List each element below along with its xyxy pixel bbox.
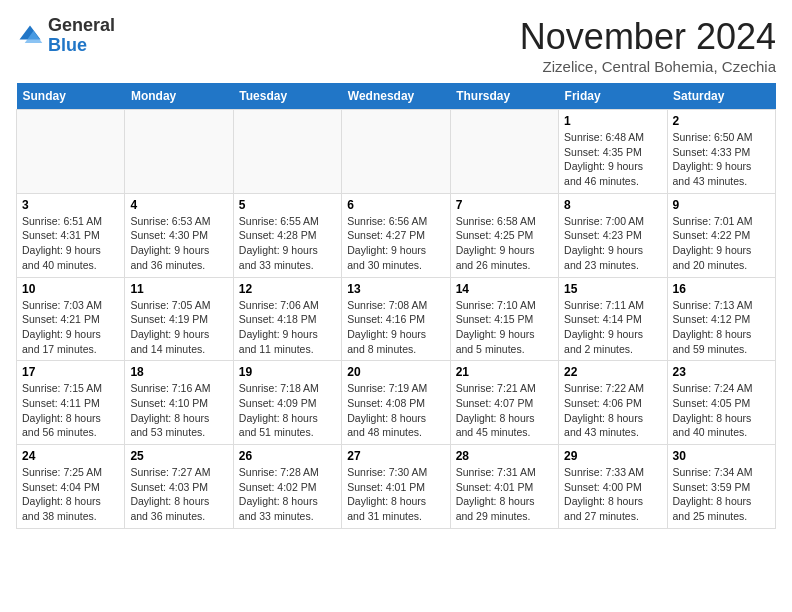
logo: General Blue [16, 16, 115, 56]
day-cell: 15Sunrise: 7:11 AM Sunset: 4:14 PM Dayli… [559, 277, 667, 361]
day-cell: 18Sunrise: 7:16 AM Sunset: 4:10 PM Dayli… [125, 361, 233, 445]
weekday-wednesday: Wednesday [342, 83, 450, 110]
day-number: 17 [22, 365, 119, 379]
week-row-3: 10Sunrise: 7:03 AM Sunset: 4:21 PM Dayli… [17, 277, 776, 361]
day-info: Sunrise: 7:13 AM Sunset: 4:12 PM Dayligh… [673, 298, 770, 357]
day-info: Sunrise: 7:27 AM Sunset: 4:03 PM Dayligh… [130, 465, 227, 524]
calendar-table: SundayMondayTuesdayWednesdayThursdayFrid… [16, 83, 776, 529]
day-number: 18 [130, 365, 227, 379]
day-cell: 2Sunrise: 6:50 AM Sunset: 4:33 PM Daylig… [667, 110, 775, 194]
day-cell: 9Sunrise: 7:01 AM Sunset: 4:22 PM Daylig… [667, 193, 775, 277]
day-number: 10 [22, 282, 119, 296]
day-number: 25 [130, 449, 227, 463]
day-number: 29 [564, 449, 661, 463]
day-number: 6 [347, 198, 444, 212]
day-cell: 22Sunrise: 7:22 AM Sunset: 4:06 PM Dayli… [559, 361, 667, 445]
weekday-sunday: Sunday [17, 83, 125, 110]
day-info: Sunrise: 6:56 AM Sunset: 4:27 PM Dayligh… [347, 214, 444, 273]
day-cell: 16Sunrise: 7:13 AM Sunset: 4:12 PM Dayli… [667, 277, 775, 361]
day-number: 19 [239, 365, 336, 379]
day-cell [342, 110, 450, 194]
weekday-tuesday: Tuesday [233, 83, 341, 110]
day-cell: 20Sunrise: 7:19 AM Sunset: 4:08 PM Dayli… [342, 361, 450, 445]
week-row-4: 17Sunrise: 7:15 AM Sunset: 4:11 PM Dayli… [17, 361, 776, 445]
day-number: 1 [564, 114, 661, 128]
day-number: 28 [456, 449, 553, 463]
day-cell: 12Sunrise: 7:06 AM Sunset: 4:18 PM Dayli… [233, 277, 341, 361]
day-number: 7 [456, 198, 553, 212]
day-number: 13 [347, 282, 444, 296]
day-cell: 14Sunrise: 7:10 AM Sunset: 4:15 PM Dayli… [450, 277, 558, 361]
day-number: 24 [22, 449, 119, 463]
day-info: Sunrise: 7:16 AM Sunset: 4:10 PM Dayligh… [130, 381, 227, 440]
day-info: Sunrise: 7:19 AM Sunset: 4:08 PM Dayligh… [347, 381, 444, 440]
logo-blue-text: Blue [48, 35, 87, 55]
day-number: 30 [673, 449, 770, 463]
day-cell: 29Sunrise: 7:33 AM Sunset: 4:00 PM Dayli… [559, 445, 667, 529]
day-info: Sunrise: 6:51 AM Sunset: 4:31 PM Dayligh… [22, 214, 119, 273]
day-info: Sunrise: 7:15 AM Sunset: 4:11 PM Dayligh… [22, 381, 119, 440]
day-cell [17, 110, 125, 194]
week-row-1: 1Sunrise: 6:48 AM Sunset: 4:35 PM Daylig… [17, 110, 776, 194]
day-cell: 19Sunrise: 7:18 AM Sunset: 4:09 PM Dayli… [233, 361, 341, 445]
week-row-2: 3Sunrise: 6:51 AM Sunset: 4:31 PM Daylig… [17, 193, 776, 277]
day-info: Sunrise: 7:10 AM Sunset: 4:15 PM Dayligh… [456, 298, 553, 357]
weekday-saturday: Saturday [667, 83, 775, 110]
day-info: Sunrise: 7:34 AM Sunset: 3:59 PM Dayligh… [673, 465, 770, 524]
day-cell: 4Sunrise: 6:53 AM Sunset: 4:30 PM Daylig… [125, 193, 233, 277]
day-info: Sunrise: 7:30 AM Sunset: 4:01 PM Dayligh… [347, 465, 444, 524]
day-number: 2 [673, 114, 770, 128]
day-info: Sunrise: 7:03 AM Sunset: 4:21 PM Dayligh… [22, 298, 119, 357]
day-number: 21 [456, 365, 553, 379]
day-number: 9 [673, 198, 770, 212]
day-cell: 17Sunrise: 7:15 AM Sunset: 4:11 PM Dayli… [17, 361, 125, 445]
day-cell: 10Sunrise: 7:03 AM Sunset: 4:21 PM Dayli… [17, 277, 125, 361]
day-info: Sunrise: 7:08 AM Sunset: 4:16 PM Dayligh… [347, 298, 444, 357]
day-cell: 21Sunrise: 7:21 AM Sunset: 4:07 PM Dayli… [450, 361, 558, 445]
day-info: Sunrise: 7:24 AM Sunset: 4:05 PM Dayligh… [673, 381, 770, 440]
day-cell: 1Sunrise: 6:48 AM Sunset: 4:35 PM Daylig… [559, 110, 667, 194]
day-cell: 13Sunrise: 7:08 AM Sunset: 4:16 PM Dayli… [342, 277, 450, 361]
day-number: 8 [564, 198, 661, 212]
day-info: Sunrise: 7:33 AM Sunset: 4:00 PM Dayligh… [564, 465, 661, 524]
day-cell: 3Sunrise: 6:51 AM Sunset: 4:31 PM Daylig… [17, 193, 125, 277]
day-info: Sunrise: 7:31 AM Sunset: 4:01 PM Dayligh… [456, 465, 553, 524]
location: Zizelice, Central Bohemia, Czechia [520, 58, 776, 75]
day-cell: 25Sunrise: 7:27 AM Sunset: 4:03 PM Dayli… [125, 445, 233, 529]
weekday-header-row: SundayMondayTuesdayWednesdayThursdayFrid… [17, 83, 776, 110]
day-number: 11 [130, 282, 227, 296]
day-number: 20 [347, 365, 444, 379]
day-number: 14 [456, 282, 553, 296]
day-number: 23 [673, 365, 770, 379]
title-area: November 2024 Zizelice, Central Bohemia,… [520, 16, 776, 75]
day-cell: 7Sunrise: 6:58 AM Sunset: 4:25 PM Daylig… [450, 193, 558, 277]
day-cell: 30Sunrise: 7:34 AM Sunset: 3:59 PM Dayli… [667, 445, 775, 529]
day-info: Sunrise: 7:05 AM Sunset: 4:19 PM Dayligh… [130, 298, 227, 357]
day-info: Sunrise: 6:55 AM Sunset: 4:28 PM Dayligh… [239, 214, 336, 273]
calendar-body: 1Sunrise: 6:48 AM Sunset: 4:35 PM Daylig… [17, 110, 776, 529]
day-info: Sunrise: 6:53 AM Sunset: 4:30 PM Dayligh… [130, 214, 227, 273]
month-title: November 2024 [520, 16, 776, 58]
day-cell [125, 110, 233, 194]
day-info: Sunrise: 7:01 AM Sunset: 4:22 PM Dayligh… [673, 214, 770, 273]
day-info: Sunrise: 7:25 AM Sunset: 4:04 PM Dayligh… [22, 465, 119, 524]
logo-icon [16, 22, 44, 50]
day-cell: 5Sunrise: 6:55 AM Sunset: 4:28 PM Daylig… [233, 193, 341, 277]
header: General Blue November 2024 Zizelice, Cen… [16, 16, 776, 75]
day-info: Sunrise: 7:22 AM Sunset: 4:06 PM Dayligh… [564, 381, 661, 440]
weekday-thursday: Thursday [450, 83, 558, 110]
day-cell: 28Sunrise: 7:31 AM Sunset: 4:01 PM Dayli… [450, 445, 558, 529]
day-number: 15 [564, 282, 661, 296]
day-info: Sunrise: 7:18 AM Sunset: 4:09 PM Dayligh… [239, 381, 336, 440]
day-number: 12 [239, 282, 336, 296]
day-cell: 6Sunrise: 6:56 AM Sunset: 4:27 PM Daylig… [342, 193, 450, 277]
day-number: 27 [347, 449, 444, 463]
day-info: Sunrise: 7:21 AM Sunset: 4:07 PM Dayligh… [456, 381, 553, 440]
day-number: 3 [22, 198, 119, 212]
day-info: Sunrise: 7:28 AM Sunset: 4:02 PM Dayligh… [239, 465, 336, 524]
week-row-5: 24Sunrise: 7:25 AM Sunset: 4:04 PM Dayli… [17, 445, 776, 529]
day-cell: 23Sunrise: 7:24 AM Sunset: 4:05 PM Dayli… [667, 361, 775, 445]
day-cell [233, 110, 341, 194]
weekday-friday: Friday [559, 83, 667, 110]
logo-general-text: General [48, 15, 115, 35]
